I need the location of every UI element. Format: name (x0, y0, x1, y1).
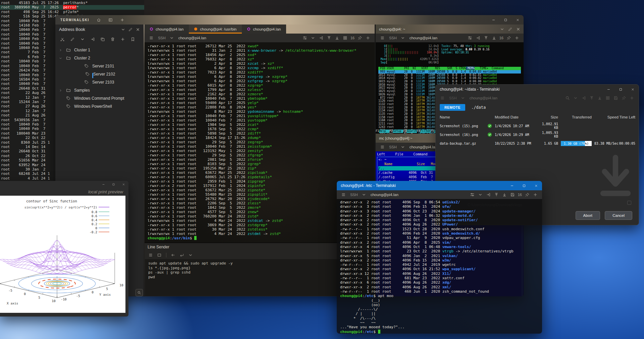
pencil-icon[interactable] (506, 27, 514, 32)
chevron-down-icon[interactable] (399, 145, 407, 149)
grid-icon[interactable] (604, 96, 612, 100)
column-header-name[interactable]: Name (440, 115, 487, 119)
pin-icon[interactable] (620, 96, 628, 100)
close-button[interactable] (530, 181, 542, 190)
plus-icon[interactable] (364, 36, 372, 40)
search-icon[interactable] (564, 96, 572, 100)
tree-item-server-2103[interactable]: Server 2103 (55, 78, 144, 86)
close-icon[interactable] (134, 27, 142, 32)
pencil-icon[interactable] (68, 37, 77, 42)
close-button[interactable] (627, 85, 639, 94)
arrow-down-icon[interactable] (333, 36, 341, 40)
column-header-transferred[interactable]: Transferred (558, 115, 592, 119)
export-icon[interactable] (317, 36, 325, 40)
terminal-output-etc[interactable]: drwxr-xr-x 2 root root 4096 Sep 8 06:54 … (337, 199, 542, 334)
pencil-icon[interactable] (127, 27, 134, 32)
maximize-button[interactable] (518, 181, 530, 190)
save-icon[interactable] (508, 192, 517, 197)
font-size-value[interactable]: 16 (351, 36, 355, 40)
pin-icon[interactable] (523, 192, 531, 197)
sliders-icon[interactable] (301, 36, 309, 40)
chevron-down-icon[interactable] (572, 96, 580, 100)
tab-choung-pi4-usr-bin[interactable]: choung@pi4: /usr/bin (189, 25, 242, 34)
column-header-modified-date[interactable]: Modified Date (495, 115, 536, 119)
chevron-down-icon[interactable] (119, 27, 127, 32)
htop-pane-header[interactable]: choung@pi4: ~ (376, 25, 524, 34)
arrow-down-icon[interactable] (500, 192, 508, 197)
font-size-value[interactable]: 16 (518, 193, 522, 197)
plus-icon[interactable] (118, 37, 127, 42)
layout-icon[interactable] (108, 18, 113, 22)
menu-icon[interactable] (147, 36, 155, 40)
bookmark-icon[interactable] (128, 37, 137, 42)
arrow-down-icon[interactable] (596, 96, 604, 100)
export-icon[interactable] (580, 96, 588, 100)
menu-icon[interactable] (378, 145, 386, 149)
pin-icon[interactable] (505, 36, 513, 40)
tree-item-windows-powershell[interactable]: Windows PowerShell (55, 102, 144, 110)
maximize-button[interactable] (499, 15, 512, 25)
menu-icon[interactable] (147, 253, 155, 257)
chevron-down-icon[interactable] (168, 36, 176, 40)
chevron-down-icon[interactable] (78, 37, 87, 42)
etc-titlebar[interactable]: choung@pi4: /etc - Terminalski (337, 181, 542, 190)
file-row[interactable]: Screenshot (16).png1/4/2026 10:29 AM1,00… (436, 130, 639, 139)
maximize-button[interactable] (614, 85, 627, 94)
remote-toggle-button[interactable]: REMOTE (440, 104, 465, 111)
plus-icon[interactable] (531, 192, 539, 197)
chevron-down-icon[interactable] (498, 27, 506, 32)
chevron-down-icon[interactable] (309, 36, 317, 40)
arrow-up-icon[interactable] (492, 192, 500, 197)
tree-item-cluster-2[interactable]: Cluster 2 (55, 54, 144, 62)
chevron-down-icon[interactable] (360, 192, 368, 197)
tree-item-cluster-1[interactable]: Cluster 1 (55, 46, 144, 54)
arrow-up-icon[interactable] (588, 96, 596, 100)
export-icon[interactable] (88, 37, 97, 42)
copy-icon[interactable] (98, 37, 107, 42)
chevron-right-icon[interactable] (59, 89, 63, 92)
scissors-icon[interactable] (58, 37, 67, 42)
file-row[interactable]: data-backup.tar.gz10/22/2025 2:38 PM1.65… (436, 139, 639, 148)
tree-item-samples[interactable]: Samples (55, 86, 144, 94)
chevron-down-icon[interactable] (399, 36, 407, 40)
minimize-button[interactable] (602, 85, 614, 94)
arrow-left-icon[interactable] (169, 253, 177, 257)
minimize-button[interactable] (487, 15, 499, 25)
arrow-up-icon[interactable] (325, 36, 333, 40)
grid-icon[interactable] (341, 36, 349, 40)
tree-item-windows-command-prompt[interactable]: Windows Command Prompt (55, 94, 144, 102)
close-button[interactable] (118, 181, 128, 188)
tree-item-server-2102[interactable]: Server 2102 (55, 70, 144, 78)
trash-icon[interactable] (108, 37, 117, 42)
enter-icon[interactable] (178, 253, 186, 257)
arrow-down-icon[interactable] (490, 36, 498, 40)
new-tab-icon[interactable] (120, 18, 124, 22)
transfer-table-header[interactable]: NameModified DateSizeTransferredSpeedTim… (436, 113, 639, 122)
sliders-icon[interactable] (468, 192, 476, 197)
close-icon[interactable] (514, 27, 522, 32)
minimize-button[interactable] (506, 181, 518, 190)
file-row[interactable]: Screenshot (15).png1/4/2026 10:27 AM1,00… (436, 122, 639, 130)
abort-button[interactable]: Abort (576, 211, 600, 220)
tab-choung-pi4-lan[interactable]: choung@pi4.lan (242, 25, 286, 34)
transfer-titlebar[interactable]: choung@pi4: ~/data - Terminalski (436, 85, 639, 94)
column-header-size[interactable]: Size (536, 115, 558, 119)
menu-icon[interactable] (378, 36, 386, 40)
window-icon[interactable] (155, 253, 163, 257)
font-size-value[interactable]: 16 (499, 36, 503, 40)
menu-icon[interactable] (339, 192, 347, 197)
column-header-time-left[interactable]: Time Left (619, 115, 635, 119)
chevron-down-icon[interactable] (186, 253, 195, 257)
cancel-button[interactable]: Cancel (605, 211, 632, 220)
arrow-up-icon[interactable] (482, 36, 490, 40)
maximize-button[interactable] (108, 181, 118, 188)
plus-icon[interactable] (513, 36, 521, 40)
pin-icon[interactable] (356, 36, 364, 40)
export-icon[interactable] (484, 192, 492, 197)
chevron-down-icon[interactable] (476, 192, 484, 197)
minimize-button[interactable] (98, 181, 108, 188)
main-titlebar[interactable]: TERMINALSKI (55, 15, 524, 25)
export-icon[interactable] (474, 36, 482, 40)
chevron-right-icon[interactable] (59, 48, 63, 52)
close-button[interactable] (512, 15, 524, 25)
